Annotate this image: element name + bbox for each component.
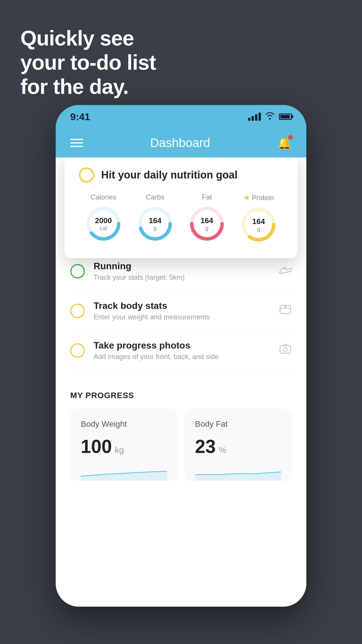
body-fat-value-row: 23 % [195,436,281,457]
body-weight-unit: kg [115,445,124,455]
todo-circle-nutrition [79,167,94,183]
protein-value: 164 g [252,217,265,232]
svg-point-11 [283,347,287,351]
todo-circle-photos [70,343,85,358]
calories-donut: 2000 cal [85,205,122,243]
running-shoe-icon [279,265,292,278]
todo-subtitle-photos: Add images of your front, back, and side [94,353,270,361]
card-title-row: Hit your daily nutrition goal [79,167,283,183]
menu-button[interactable] [70,139,83,147]
phone-frame: 9:41 Dashboard [56,105,306,607]
protein-label-row: ★ Protein [243,193,274,202]
todo-subtitle-body-stats: Enter your weight and measurements [94,313,270,321]
scale-icon [279,303,292,318]
todo-text-photos: Take progress photos Add images of your … [94,340,270,361]
battery-icon [279,113,292,120]
nutrition-card: Hit your daily nutrition goal Calories [64,158,298,258]
todo-item-photos[interactable]: Take progress photos Add images of your … [70,331,292,370]
todo-title-body-stats: Track body stats [94,300,270,311]
main-content: THINGS TO DO TODAY Hit your daily nutrit… [56,158,306,607]
body-weight-card: Body Weight 100 kg [70,409,178,481]
body-fat-card: Body Fat 23 % [184,409,292,481]
nav-title: Dashboard [150,136,210,150]
carbs-donut: 164 g [136,205,174,243]
status-icons [248,112,292,122]
notification-dot [288,135,293,140]
todo-item-body-stats[interactable]: Track body stats Enter your weight and m… [70,291,292,331]
todo-circle-running [70,264,85,279]
progress-section: MY PROGRESS Body Weight 100 kg [56,376,306,481]
body-fat-value: 23 [195,436,216,457]
todo-subtitle-running: Track your stats (target: 5km) [94,273,270,281]
progress-header: MY PROGRESS [70,391,292,400]
notification-bell-button[interactable]: 🔔 [277,136,292,150]
body-weight-value: 100 [81,436,112,457]
headline-line1: Quickly see [20,26,156,50]
body-weight-title: Body Weight [81,419,167,429]
calories-value: 2000 cal [95,216,112,231]
todo-title-photos: Take progress photos [94,340,270,351]
body-fat-title: Body Fat [195,419,281,429]
fat-value: 164 g [201,216,213,231]
todo-title-running: Running [94,261,270,272]
body-weight-value-row: 100 kg [81,436,167,457]
headline: Quickly see your to-do list for the day. [20,26,156,99]
headline-line2: your to-do list [20,50,156,75]
nutrition-fat: Fat 164 g [188,193,226,243]
protein-label: Protein [252,194,274,202]
nutrition-calories: Calories 2000 cal [85,193,122,243]
todo-text-running: Running Track your stats (target: 5km) [94,261,270,281]
todo-text-body-stats: Track body stats Enter your weight and m… [94,300,270,321]
todo-list: Running Track your stats (target: 5km) [56,251,306,370]
progress-cards: Body Weight 100 kg [70,409,292,481]
calories-label: Calories [91,193,116,201]
body-weight-chart [81,463,167,481]
photo-icon [279,343,292,358]
phone-mockup: 9:41 Dashboard [56,105,306,615]
svg-rect-10 [280,346,291,353]
nav-bar: Dashboard 🔔 [56,128,306,158]
status-bar: 9:41 [56,105,306,128]
nutrition-card-title: Hit your daily nutrition goal [101,169,238,181]
headline-line3: for the day. [20,75,156,99]
star-icon: ★ [243,193,250,202]
nutrition-protein: ★ Protein 164 g [240,193,277,244]
fat-donut: 164 g [188,205,226,243]
svg-point-9 [284,306,286,308]
nutrition-carbs: Carbs 164 g [136,193,174,243]
carbs-value: 164 g [149,216,161,231]
nutrition-row: Calories 2000 cal [79,193,283,244]
wifi-icon [265,112,275,122]
signal-icon [248,113,261,121]
protein-donut: 164 g [240,206,277,244]
todo-circle-body-stats [70,304,85,318]
body-fat-unit: % [219,445,226,455]
svg-rect-8 [280,305,291,314]
status-time: 9:41 [70,111,90,123]
body-fat-chart [195,463,281,481]
carbs-label: Carbs [146,193,164,201]
fat-label: Fat [202,193,212,201]
